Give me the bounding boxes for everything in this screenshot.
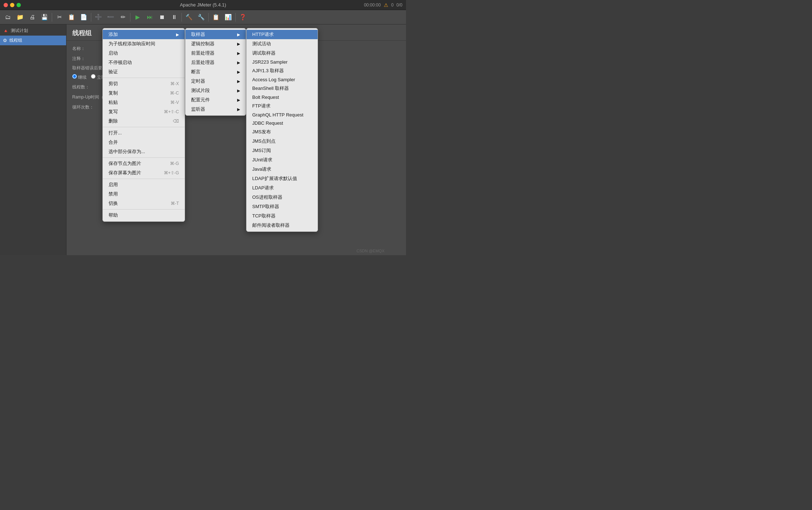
toolbar-help[interactable]: ❓ [237, 12, 249, 23]
os-process-item[interactable]: OS进程取样器 [246, 193, 318, 202]
toolbar-new[interactable]: 🗂 [2, 12, 14, 23]
ajp-item[interactable]: AJP/1.3 取样器 [246, 66, 318, 75]
toolbar-save[interactable]: 💾 [39, 12, 50, 23]
testplan-icon: 🔺 [3, 28, 9, 33]
traffic-lights [4, 3, 21, 7]
toolbar-pause[interactable]: ⏸ [169, 12, 180, 23]
ctx-save-node-img[interactable]: 保存节点为图片 ⌘-G [103, 159, 185, 168]
ctx-merge[interactable]: 合并 [103, 138, 185, 147]
junit-item[interactable]: JUnit请求 [246, 155, 318, 165]
ftp-item[interactable]: FTP请求 [246, 101, 318, 111]
jms-p2p-item[interactable]: JMS点到点 [246, 137, 318, 146]
toolbar-templates[interactable]: 📋 [210, 12, 222, 23]
ctx-help[interactable]: 帮助 [103, 211, 185, 220]
toolbar-results[interactable]: 📊 [222, 12, 234, 23]
ctx-start-no-pause[interactable]: 不停顿启动 [103, 58, 185, 67]
sub-logic[interactable]: 逻辑控制器 ▶ [185, 39, 246, 49]
ctx-start-no-pause-label: 不停顿启动 [109, 59, 132, 66]
ctx-sep1 [103, 78, 185, 78]
toolbar-cut[interactable]: ✂ [54, 12, 65, 23]
ctx-disable-label: 禁用 [109, 191, 118, 197]
ctx-paste[interactable]: 粘贴 ⌘-V [103, 98, 185, 107]
ctx-enable-label: 启用 [109, 182, 118, 188]
http-request-item[interactable]: HTTP请求 [246, 30, 318, 39]
jdbc-item[interactable]: JDBC Request [246, 119, 318, 127]
sub-timer-label: 定时器 [191, 78, 205, 84]
ctx-start[interactable]: 启动 [103, 49, 185, 58]
toolbar-run-nopause[interactable]: ⏭ [144, 12, 156, 23]
beanshell-item[interactable]: BeanShell 取样器 [246, 84, 318, 93]
ldap-ext-item[interactable]: LDAP扩展请求默认值 [246, 174, 318, 183]
ctx-cut[interactable]: 剪切 ⌘-X [103, 79, 185, 88]
bolt-item[interactable]: Bolt Request [246, 93, 318, 101]
ldap-item[interactable]: LDAP请求 [246, 183, 318, 193]
ctx-validate[interactable]: 验证 [103, 67, 185, 77]
ctx-enable[interactable]: 启用 [103, 180, 185, 189]
ctx-duplicate[interactable]: 复写 ⌘+⇧-C [103, 107, 185, 116]
titlebar-title: Apache JMeter (5.4.1) [180, 2, 226, 8]
sub-timer[interactable]: 定时器 ▶ [185, 77, 246, 86]
ctx-copy[interactable]: 复制 ⌘-C [103, 88, 185, 98]
ctx-sep5 [103, 209, 185, 210]
ctx-save-selection[interactable]: 选中部分保存为... [103, 147, 185, 156]
toolbar-paste[interactable]: 📄 [78, 12, 89, 23]
sampler-submenu: HTTP请求 测试活动 调试取样器 JSR223 Sampler AJP/1.3… [246, 28, 318, 232]
close-button[interactable] [4, 3, 8, 7]
sub-config[interactable]: 配置元件 ▶ [185, 95, 246, 105]
sub-pre[interactable]: 前置处理器 ▶ [185, 49, 246, 58]
toolbar-run[interactable]: ▶ [132, 12, 143, 23]
beanshell-label: BeanShell 取样器 [252, 85, 289, 92]
sub-fragment[interactable]: 测试片段 ▶ [185, 86, 246, 95]
bolt-label: Bolt Request [252, 95, 279, 100]
sub-post-label: 后置处理器 [191, 59, 214, 66]
jms-p2p-label: JMS点到点 [252, 138, 276, 144]
ctx-save-screen-img[interactable]: 保存屏幕为图片 ⌘+⇧-G [103, 168, 185, 178]
sub-timer-arrow: ▶ [237, 79, 240, 84]
jms-pub-item[interactable]: JMS发布 [246, 127, 318, 137]
tcp-item[interactable]: TCP取样器 [246, 211, 318, 221]
mail-reader-item[interactable]: 邮件阅读者取样器 [246, 221, 318, 230]
toolbar-edit[interactable]: ✏ [117, 12, 129, 23]
ctx-duplicate-shortcut: ⌘+⇧-C [164, 109, 179, 114]
graphql-item[interactable]: GraphQL HTTP Request [246, 111, 318, 119]
toolbar-tools[interactable]: 🔧 [195, 12, 207, 23]
sidebar-item-threadgroup[interactable]: ⚙ 线程组 [0, 36, 66, 45]
ctx-add[interactable]: 添加 ▶ [103, 30, 185, 39]
sub-config-label: 配置元件 [191, 97, 210, 103]
ctx-open[interactable]: 打开... [103, 128, 185, 138]
toolbar-open[interactable]: 📁 [14, 12, 26, 23]
junit-label: JUnit请求 [252, 157, 272, 163]
jsr223-item[interactable]: JSR223 Sampler [246, 58, 318, 66]
sidebar: 🔺 测试计划 ⚙ 线程组 [0, 24, 66, 255]
toolbar-remove[interactable]: ➖ [105, 12, 116, 23]
sub-listener[interactable]: 监听器 ▶ [185, 105, 246, 114]
java-item[interactable]: Java请求 [246, 165, 318, 174]
sub-assertion[interactable]: 断言 ▶ [185, 67, 246, 77]
debug-sampler-label: 调试取样器 [252, 50, 276, 56]
maximize-button[interactable] [17, 3, 21, 7]
smtp-item[interactable]: SMTP取样器 [246, 202, 318, 211]
sub-sampler-label: 取样器 [191, 31, 205, 38]
error-count: 0 [391, 3, 394, 8]
debug-sampler-item[interactable]: 调试取样器 [246, 49, 318, 58]
access-log-item[interactable]: Access Log Sampler [246, 75, 318, 84]
sub-sampler[interactable]: 取样器 ▶ [185, 30, 246, 39]
ctx-add-label: 添加 [109, 31, 118, 38]
ctx-merge-label: 合并 [109, 139, 118, 146]
ctx-toggle[interactable]: 切换 ⌘-T [103, 199, 185, 208]
toolbar-add[interactable]: ➕ [93, 12, 104, 23]
toolbar-build[interactable]: 🔨 [183, 12, 195, 23]
jsr223-label: JSR223 Sampler [252, 59, 287, 65]
ctx-delete[interactable]: 删除 ⌫ [103, 116, 185, 126]
test-activity-item[interactable]: 测试活动 [246, 39, 318, 49]
toolbar-print[interactable]: 🖨 [27, 12, 38, 23]
toolbar-copy[interactable]: 📋 [66, 12, 77, 23]
sidebar-item-testplan[interactable]: 🔺 测试计划 [0, 26, 66, 36]
sub-post[interactable]: 后置处理器 ▶ [185, 58, 246, 67]
ctx-add-response-time[interactable]: 为子线程添加响应时间 [103, 39, 185, 49]
smtp-label: SMTP取样器 [252, 203, 279, 210]
toolbar-stop[interactable]: ⏹ [156, 12, 168, 23]
jms-sub-item[interactable]: JMS订阅 [246, 146, 318, 155]
minimize-button[interactable] [10, 3, 14, 7]
ctx-disable[interactable]: 禁用 [103, 189, 185, 199]
